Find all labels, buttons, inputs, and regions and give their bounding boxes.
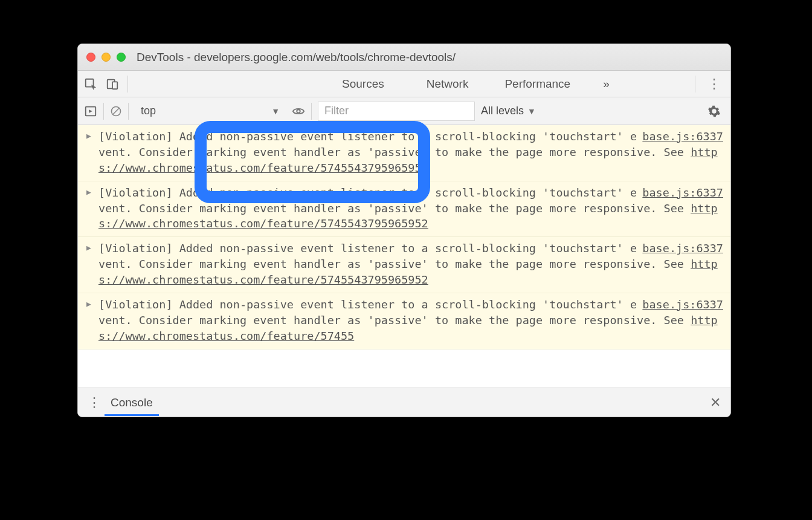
message-source-link[interactable]: base.js:6337 [642, 297, 723, 313]
log-levels-selector[interactable]: All levels ▼ [481, 105, 536, 117]
separator [103, 103, 104, 120]
maximize-window-button[interactable] [117, 53, 126, 62]
svg-line-5 [113, 108, 119, 114]
message-text: [Violation] Added non-passive event list… [98, 130, 691, 158]
console-toolbar: top ▼ Filter All levels ▼ [78, 97, 730, 125]
console-message: ▶ base.js:6337 [Violation] Added non-pas… [78, 293, 730, 349]
console-message: ▶ base.js:6337 [Violation] Added non-pas… [78, 237, 730, 293]
message-text: [Violation] Added non-passive event list… [98, 298, 691, 327]
message-text: [Violation] Added non-passive event list… [98, 242, 691, 270]
close-drawer-button[interactable]: ✕ [706, 395, 724, 411]
separator [127, 76, 128, 93]
inspect-element-icon[interactable] [84, 77, 97, 91]
separator [311, 103, 312, 120]
tab-network[interactable]: Network [423, 77, 472, 91]
traffic-lights [86, 53, 126, 62]
separator [128, 103, 129, 120]
tab-sources[interactable]: Sources [338, 77, 388, 91]
toggle-sidebar-icon[interactable] [84, 105, 97, 118]
message-source-link[interactable]: base.js:6337 [642, 241, 723, 256]
window-title: DevTools - developers.google.com/web/too… [137, 51, 456, 64]
separator [695, 76, 695, 93]
devtools-window: DevTools - developers.google.com/web/too… [77, 44, 731, 417]
titlebar: DevTools - developers.google.com/web/too… [78, 44, 730, 71]
drawer-bar: ⋮ Console ✕ [78, 388, 730, 417]
expand-toggle-icon[interactable]: ▶ [86, 131, 91, 141]
message-source-link[interactable]: base.js:6337 [642, 185, 723, 201]
console-settings-icon[interactable] [704, 105, 724, 118]
drawer-tab-label: Console [111, 396, 153, 409]
console-message: ▶ base.js:6337 [Violation] Added non-pas… [78, 181, 730, 238]
minimize-window-button[interactable] [102, 53, 111, 62]
execution-context-selector[interactable]: top ▼ [135, 102, 286, 121]
filter-placeholder: Filter [324, 105, 349, 117]
filter-input[interactable]: Filter [318, 102, 475, 121]
svg-rect-2 [112, 82, 117, 89]
chevron-down-icon: ▼ [271, 106, 280, 116]
main-tabs-bar: Sources Network Performance » ⋮ [78, 71, 730, 97]
drawer-menu-button[interactable]: ⋮ [84, 395, 105, 411]
levels-label: All levels [481, 105, 524, 117]
message-source-link[interactable]: base.js:6337 [642, 129, 723, 145]
expand-toggle-icon[interactable]: ▶ [86, 187, 91, 198]
close-window-button[interactable] [86, 53, 95, 62]
message-text: [Violation] Added non-passive event list… [98, 186, 691, 215]
console-message: ▶ base.js:6337 [Violation] Added non-pas… [78, 125, 730, 181]
console-messages: ▶ base.js:6337 [Violation] Added non-pas… [78, 125, 730, 388]
svg-point-6 [297, 109, 300, 113]
tab-performance[interactable]: Performance [501, 77, 574, 91]
device-toggle-icon[interactable] [106, 77, 119, 91]
clear-console-icon[interactable] [110, 105, 122, 117]
live-expression-icon[interactable] [292, 105, 305, 118]
more-menu-button[interactable]: ⋮ [704, 76, 724, 92]
drawer-tab-console[interactable]: Console [105, 396, 159, 409]
context-label: top [141, 105, 156, 117]
tabs-overflow-button[interactable]: » [599, 77, 613, 91]
expand-toggle-icon[interactable]: ▶ [86, 299, 91, 310]
active-tab-indicator [105, 414, 159, 416]
expand-toggle-icon[interactable]: ▶ [86, 242, 91, 253]
chevron-down-icon: ▼ [527, 106, 536, 116]
